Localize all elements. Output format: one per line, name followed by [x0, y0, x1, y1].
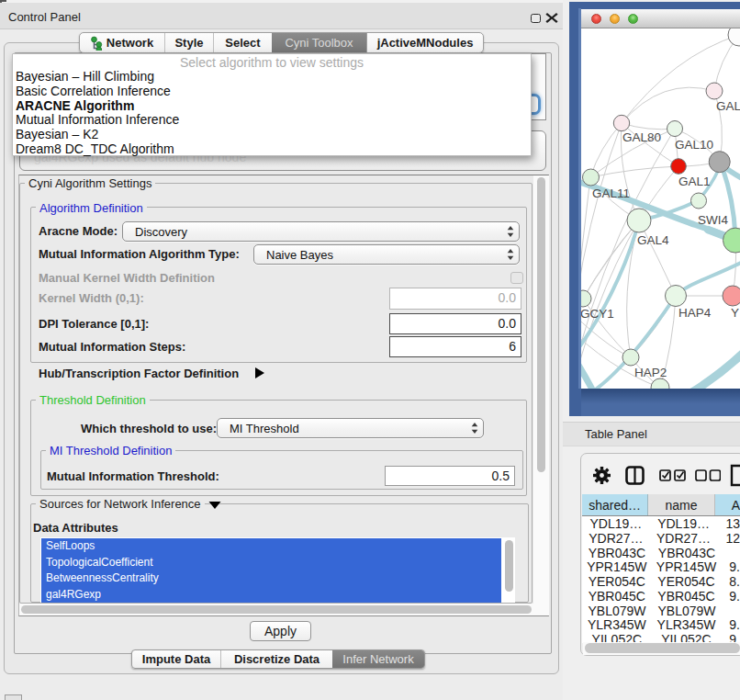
svg-text:Y: Y — [731, 306, 739, 320]
svg-text:SWI4: SWI4 — [698, 213, 728, 227]
svg-text:GAL80: GAL80 — [622, 130, 661, 144]
svg-text:GAL1: GAL1 — [678, 175, 711, 188]
svg-text:GAL4: GAL4 — [637, 233, 669, 247]
svg-text:GAL10: GAL10 — [675, 138, 713, 152]
svg-text:GAL2: GAL2 — [716, 99, 740, 113]
svg-text:GAL11: GAL11 — [592, 186, 630, 200]
svg-text:GCY1: GCY1 — [581, 307, 614, 321]
svg-text:HAP4: HAP4 — [678, 306, 712, 320]
svg-text:HAP2: HAP2 — [634, 366, 667, 379]
